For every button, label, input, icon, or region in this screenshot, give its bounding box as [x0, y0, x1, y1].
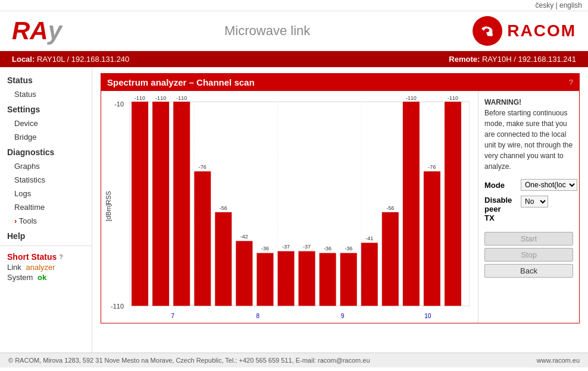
svg-text:-110: -110: [155, 96, 166, 101]
tx-label: TX: [484, 213, 517, 222]
svg-rect-29: [299, 251, 315, 306]
sidebar-item-tools[interactable]: › Tools: [0, 214, 92, 228]
sidebar-section-status: Status: [0, 72, 92, 87]
racom-svg-icon: [477, 20, 498, 42]
sidebar: Status Status Settings Device Bridge Dia…: [0, 67, 92, 353]
remote-label: Remote:: [449, 55, 480, 64]
status-bar: Local: RAY10L / 192.168.131.240 Remote: …: [0, 51, 588, 67]
remote-info: Remote: RAY10H / 192.168.131.241: [449, 55, 576, 64]
panel-help[interactable]: ?: [569, 78, 573, 87]
local-value: RAY10L / 192.168.131.240: [37, 55, 129, 64]
disable-label: Disable: [484, 196, 517, 205]
mode-select[interactable]: One-shot(loc Continuous: [521, 179, 577, 191]
racom-brand: RACOM: [507, 21, 576, 40]
svg-text:-36: -36: [261, 246, 269, 251]
svg-rect-19: [194, 171, 211, 306]
svg-rect-27: [277, 251, 294, 306]
main-layout: Status Status Settings Device Bridge Dia…: [0, 67, 588, 353]
sidebar-item-logs[interactable]: Logs: [0, 187, 92, 200]
svg-text:-76: -76: [428, 164, 436, 170]
footer: © RACOM, Mirova 1283, 592 31 Nove Mesto …: [0, 353, 588, 367]
lang-en[interactable]: english: [559, 1, 582, 10]
svg-rect-23: [236, 241, 252, 306]
svg-rect-37: [382, 212, 399, 306]
header-title: Microwave link: [224, 23, 310, 39]
sidebar-item-bridge[interactable]: Bridge: [0, 130, 92, 144]
svg-text:-110: -110: [448, 96, 458, 101]
content: Spectrum analyzer – Channel scan ? -10 -…: [92, 67, 588, 353]
svg-point-1: [489, 33, 493, 36]
svg-rect-25: [257, 253, 273, 306]
svg-rect-33: [340, 253, 357, 306]
short-status-help[interactable]: ?: [59, 253, 63, 260]
svg-text:-110: -110: [176, 96, 187, 101]
panel-title: Spectrum analyzer – Channel scan ?: [101, 74, 579, 91]
svg-rect-43: [445, 102, 461, 306]
svg-rect-41: [424, 171, 440, 306]
short-status-title: Short Status ?: [7, 252, 85, 262]
sidebar-item-status[interactable]: Status: [0, 87, 92, 101]
svg-rect-35: [361, 243, 378, 306]
sidebar-section-help: Help: [0, 228, 92, 243]
header: RAy Microwave link RACOM: [0, 11, 588, 51]
logo-racom: RACOM: [473, 16, 576, 46]
panel-body: -10 -110 RSS [dBm] 7: [101, 91, 579, 323]
svg-text:-36: -36: [345, 246, 352, 251]
sidebar-section-settings: Settings: [0, 101, 92, 117]
local-label: Local:: [12, 55, 35, 64]
mode-row: Mode One-shot(loc Continuous: [484, 179, 573, 191]
lang-cs[interactable]: česky: [535, 1, 553, 10]
svg-text:-110: -110: [111, 303, 124, 310]
svg-text:8: 8: [257, 313, 260, 318]
svg-text:-76: -76: [199, 164, 207, 170]
disable-row: Disable peer TX No Yes: [484, 196, 573, 222]
local-info: Local: RAY10L / 192.168.131.240: [12, 55, 129, 64]
top-bar: česky | english: [0, 0, 588, 11]
svg-text:-10: -10: [114, 100, 124, 108]
svg-text:10: 10: [424, 313, 431, 318]
svg-rect-31: [320, 253, 336, 306]
footer-website[interactable]: www.racom.eu: [537, 357, 580, 364]
system-value: ok: [37, 273, 46, 282]
right-panel: WARNING! Before starting continuous mode…: [478, 91, 579, 323]
back-button[interactable]: Back: [484, 264, 573, 278]
svg-rect-21: [215, 212, 232, 306]
sidebar-item-statistics[interactable]: Statistics: [0, 173, 92, 187]
warning-title: WARNING!: [484, 98, 521, 106]
svg-text:-110: -110: [135, 96, 145, 101]
mode-label: Mode: [484, 181, 517, 190]
svg-text:9: 9: [341, 313, 345, 318]
chart-area: -10 -110 RSS [dBm] 7: [101, 91, 478, 323]
svg-rect-39: [403, 102, 420, 306]
svg-text:-56: -56: [220, 205, 227, 211]
racom-icon: [473, 16, 502, 46]
svg-rect-15: [152, 102, 169, 306]
svg-point-0: [478, 21, 497, 40]
footer-copyright: © RACOM, Mirova 1283, 592 31 Nove Mesto …: [8, 357, 370, 364]
warning-body: Before starting continuous mode, make su…: [484, 109, 573, 171]
sidebar-item-graphs[interactable]: Graphs: [0, 159, 92, 173]
peer-label: peer: [484, 205, 517, 213]
sidebar-item-device[interactable]: Device: [0, 117, 92, 130]
svg-text:-37: -37: [303, 244, 311, 250]
disable-select[interactable]: No Yes: [521, 196, 548, 207]
svg-rect-13: [132, 102, 148, 306]
warning-text: WARNING! Before starting continuous mode…: [484, 97, 573, 172]
svg-rect-17: [173, 102, 190, 306]
short-status-link-row: Link analyzer: [7, 263, 85, 272]
svg-text:7: 7: [171, 313, 174, 318]
svg-text:-37: -37: [282, 244, 290, 250]
link-value[interactable]: analyzer: [26, 263, 55, 272]
svg-text:RSS: RSS: [106, 191, 112, 205]
system-label: System: [7, 273, 33, 282]
start-button[interactable]: Start: [484, 232, 573, 246]
svg-text:[dBm]: [dBm]: [106, 204, 112, 221]
panel: Spectrum analyzer – Channel scan ? -10 -…: [101, 73, 580, 323]
short-status-system-row: System ok: [7, 273, 85, 282]
svg-text:-110: -110: [406, 96, 417, 101]
sidebar-item-realtime[interactable]: Realtime: [0, 200, 92, 214]
svg-text:-42: -42: [240, 234, 248, 240]
spectrum-chart-svg: -10 -110 RSS [dBm] 7: [106, 96, 476, 318]
stop-button[interactable]: Stop: [484, 248, 573, 262]
sidebar-section-diagnostics: Diagnostics: [0, 144, 92, 159]
